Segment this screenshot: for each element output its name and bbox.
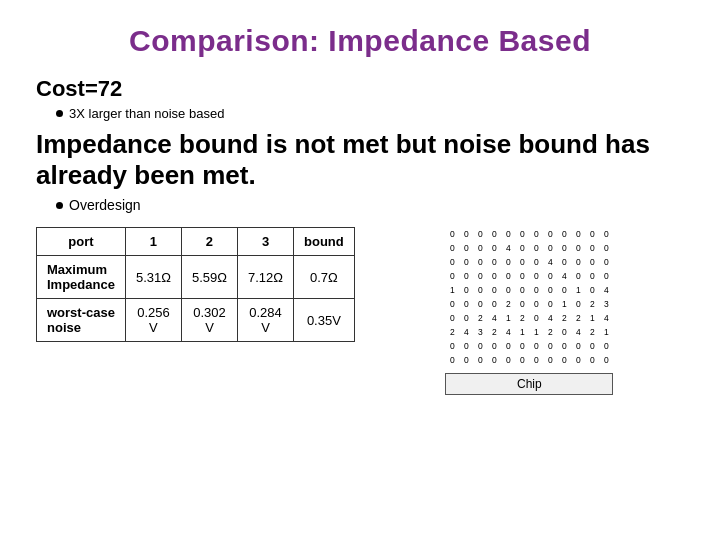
matrix-cell: 2 (487, 325, 501, 339)
matrix-cell: 0 (473, 353, 487, 367)
matrix-cell: 0 (515, 353, 529, 367)
matrix-cell: 2 (585, 297, 599, 311)
matrix-cell: 1 (529, 325, 543, 339)
matrix-cell: 2 (501, 297, 515, 311)
col-header-3: 3 (237, 228, 293, 256)
matrix-cell: 0 (445, 297, 459, 311)
page: Comparison: Impedance Based Cost=72 3X l… (0, 0, 720, 540)
matrix-cell: 0 (585, 255, 599, 269)
matrix-cell: 0 (571, 297, 585, 311)
matrix-cell: 4 (599, 283, 613, 297)
matrix-cell: 0 (473, 227, 487, 241)
matrix-cell: 2 (543, 325, 557, 339)
matrix-cell: 0 (473, 241, 487, 255)
matrix-cell: 0 (557, 241, 571, 255)
row1-col2: 5.59Ω (181, 256, 237, 299)
sub-bullet-dot-1 (56, 202, 63, 209)
matrix-cell: 0 (501, 283, 515, 297)
content-row: port 1 2 3 bound Maximum Impedance 5.31Ω… (36, 227, 684, 395)
matrix-cell: 0 (487, 297, 501, 311)
row2-label: worst-case noise (37, 299, 126, 342)
matrix-cell: 0 (459, 353, 473, 367)
matrix-cell: 0 (459, 297, 473, 311)
matrix-cell: 0 (501, 227, 515, 241)
matrix-cell: 0 (585, 353, 599, 367)
matrix-cell: 0 (487, 227, 501, 241)
matrix-cell: 0 (459, 269, 473, 283)
matrix-cell: 0 (571, 227, 585, 241)
data-table: port 1 2 3 bound Maximum Impedance 5.31Ω… (36, 227, 355, 342)
matrix-cell: 0 (529, 269, 543, 283)
table-row-1: Maximum Impedance 5.31Ω 5.59Ω 7.12Ω 0.7Ω (37, 256, 355, 299)
matrix-cell: 0 (445, 241, 459, 255)
matrix-cell: 0 (515, 339, 529, 353)
matrix-cell: 0 (501, 353, 515, 367)
matrix-cell: 2 (585, 325, 599, 339)
matrix-cell: 0 (529, 255, 543, 269)
matrix-cell: 0 (543, 283, 557, 297)
matrix-cell: 4 (501, 241, 515, 255)
matrix-cell: 0 (529, 297, 543, 311)
matrix-cell: 0 (515, 269, 529, 283)
matrix-cell: 1 (571, 283, 585, 297)
matrix-cell: 2 (473, 311, 487, 325)
matrix-cell: 0 (487, 283, 501, 297)
col-header-2: 2 (181, 228, 237, 256)
table-row-2: worst-case noise 0.256 V 0.302 V 0.284 V… (37, 299, 355, 342)
matrix-cell: 4 (543, 255, 557, 269)
matrix-cell: 0 (445, 227, 459, 241)
bullet-dot-1 (56, 110, 63, 117)
matrix-cell: 0 (543, 227, 557, 241)
row2-col2: 0.302 V (181, 299, 237, 342)
matrix-cell: 0 (599, 339, 613, 353)
matrix-cell: 0 (557, 255, 571, 269)
matrix-cell: 2 (557, 311, 571, 325)
matrix-cell: 4 (543, 311, 557, 325)
matrix-cell: 3 (599, 297, 613, 311)
matrix-cell: 0 (445, 353, 459, 367)
matrix-cell: 0 (557, 353, 571, 367)
matrix-cell: 0 (585, 283, 599, 297)
matrix-cell: 0 (501, 339, 515, 353)
matrix-cell: 0 (599, 255, 613, 269)
matrix-cell: 0 (459, 227, 473, 241)
matrix-cell: 0 (529, 339, 543, 353)
matrix-cell: 0 (571, 353, 585, 367)
matrix-cell: 0 (473, 297, 487, 311)
matrix-cell: 0 (571, 241, 585, 255)
matrix-cell: 0 (445, 255, 459, 269)
matrix-cell: 0 (557, 339, 571, 353)
matrix-cell: 0 (459, 311, 473, 325)
matrix-cell: 0 (445, 311, 459, 325)
matrix-cell: 4 (571, 325, 585, 339)
matrix-cell: 0 (487, 255, 501, 269)
matrix-cell: 0 (487, 269, 501, 283)
matrix-cell: 0 (459, 255, 473, 269)
matrix-cell: 0 (543, 269, 557, 283)
matrix-cell: 0 (585, 339, 599, 353)
matrix-cell: 4 (557, 269, 571, 283)
matrix-cell: 0 (543, 297, 557, 311)
matrix-area: 0000000000000000400000000000000400000000… (375, 227, 684, 395)
matrix-cell: 0 (459, 283, 473, 297)
matrix-cell: 0 (543, 353, 557, 367)
matrix-cell: 0 (515, 297, 529, 311)
bullet-text-1: 3X larger than noise based (69, 106, 224, 121)
matrix-cell: 4 (599, 311, 613, 325)
matrix-cell: 0 (501, 255, 515, 269)
col-header-bound: bound (294, 228, 355, 256)
matrix-cell: 2 (445, 325, 459, 339)
matrix-cell: 0 (515, 283, 529, 297)
matrix-cell: 0 (473, 255, 487, 269)
matrix-cell: 0 (585, 241, 599, 255)
matrix-cell: 0 (529, 353, 543, 367)
matrix-cell: 0 (599, 241, 613, 255)
matrix-cell: 0 (571, 339, 585, 353)
matrix-cell: 0 (599, 269, 613, 283)
matrix-cell: 4 (501, 325, 515, 339)
matrix-cell: 0 (459, 241, 473, 255)
matrix-cell: 0 (557, 227, 571, 241)
matrix-cell: 0 (529, 227, 543, 241)
matrix-cell: 0 (571, 255, 585, 269)
matrix-cell: 0 (543, 339, 557, 353)
